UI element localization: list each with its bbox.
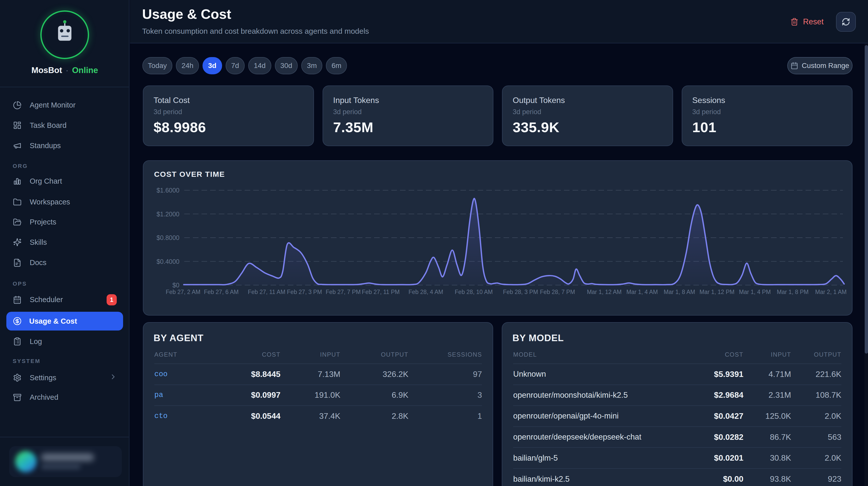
svg-text:Feb 28, 7 PM: Feb 28, 7 PM bbox=[540, 289, 575, 295]
svg-text:$0: $0 bbox=[172, 282, 180, 289]
svg-text:Mar 1, 12 PM: Mar 1, 12 PM bbox=[700, 289, 735, 295]
svg-text:Feb 27, 2 AM: Feb 27, 2 AM bbox=[166, 289, 200, 295]
svg-text:$1.2000: $1.2000 bbox=[157, 210, 180, 218]
svg-text:Feb 27, 11 PM: Feb 27, 11 PM bbox=[362, 289, 400, 295]
svg-text:Feb 27, 11 AM: Feb 27, 11 AM bbox=[248, 289, 285, 295]
svg-text:Feb 28, 4 AM: Feb 28, 4 AM bbox=[408, 289, 443, 295]
svg-text:Mar 1, 8 AM: Mar 1, 8 AM bbox=[664, 289, 695, 295]
svg-text:Feb 27, 3 PM: Feb 27, 3 PM bbox=[287, 289, 322, 295]
svg-text:$0.8000: $0.8000 bbox=[157, 234, 180, 241]
svg-text:Mar 1, 8 PM: Mar 1, 8 PM bbox=[777, 289, 809, 295]
svg-text:Mar 1, 12 AM: Mar 1, 12 AM bbox=[587, 289, 622, 295]
svg-text:Mar 1, 4 AM: Mar 1, 4 AM bbox=[626, 289, 658, 295]
svg-text:Mar 1, 4 PM: Mar 1, 4 PM bbox=[739, 289, 771, 295]
svg-text:Feb 27, 7 PM: Feb 27, 7 PM bbox=[326, 289, 361, 295]
svg-text:Feb 28, 10 AM: Feb 28, 10 AM bbox=[455, 289, 493, 295]
svg-text:Mar 2, 1 AM: Mar 2, 1 AM bbox=[815, 289, 847, 295]
svg-text:$1.6000: $1.6000 bbox=[157, 187, 180, 194]
svg-text:Feb 27, 6 AM: Feb 27, 6 AM bbox=[204, 289, 239, 295]
svg-text:Feb 28, 3 PM: Feb 28, 3 PM bbox=[503, 289, 538, 295]
svg-text:$0.4000: $0.4000 bbox=[157, 258, 180, 265]
